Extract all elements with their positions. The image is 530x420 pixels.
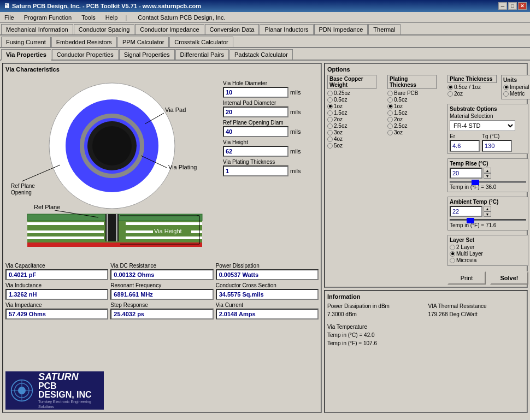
via-height-input[interactable] bbox=[223, 146, 288, 157]
cross-section-group: Conductor Cross Section 34.5575 Sq.mils bbox=[216, 282, 319, 300]
plating-radio-0.5oz[interactable] bbox=[387, 97, 393, 103]
tab-conversion[interactable]: Conversion Data bbox=[205, 24, 260, 34]
via-diagram: Via Pad Ref Plane Opening Via Plating bbox=[5, 75, 219, 261]
title-text: Saturn PCB Design, Inc. - PCB Toolkit V5… bbox=[12, 3, 201, 9]
plating-radio-1oz[interactable] bbox=[387, 104, 393, 109]
solve-button[interactable]: Solve! bbox=[490, 271, 528, 285]
ambient-temp-input[interactable] bbox=[450, 206, 482, 217]
plating-2oz[interactable]: 2oz bbox=[387, 116, 437, 122]
menu-tools[interactable]: Tools bbox=[79, 13, 98, 22]
close-button[interactable]: ✕ bbox=[518, 2, 527, 10]
ind-value: 1.3262 nH bbox=[5, 289, 108, 300]
tab-crosstalk[interactable]: Crosstalk Calculator bbox=[169, 37, 233, 47]
tab-pdn[interactable]: PDN Impedance bbox=[314, 24, 368, 34]
tab-thermal[interactable]: Thermal bbox=[368, 24, 400, 34]
units-metric[interactable]: Metric bbox=[503, 91, 529, 97]
tab-diff[interactable]: Differential Pairs bbox=[175, 49, 229, 60]
plating-bare[interactable]: Bare PCB bbox=[387, 90, 437, 96]
units-imperial[interactable]: Imperial bbox=[503, 84, 529, 90]
layer-radio-2layer[interactable] bbox=[450, 245, 455, 250]
plating-radio-bare[interactable] bbox=[387, 91, 393, 96]
layer-microvia[interactable]: Microvia bbox=[450, 257, 526, 263]
layer-radio-multilayer[interactable] bbox=[450, 251, 455, 257]
temp-rise-spinners[interactable]: ▲ ▼ bbox=[484, 168, 491, 179]
capacitance-group: Via Capacitance 0.4021 pF bbox=[5, 263, 108, 280]
temp-rise-down[interactable]: ▼ bbox=[484, 173, 491, 179]
copper-label-1oz: 1oz bbox=[334, 103, 343, 109]
via-plating-input[interactable] bbox=[223, 165, 288, 176]
ambient-temp-up[interactable]: ▲ bbox=[484, 206, 491, 211]
ambient-slider-track[interactable] bbox=[450, 219, 526, 221]
copper-3oz[interactable]: 3oz bbox=[327, 129, 376, 135]
material-select[interactable]: FR-4 STD Rogers 4003 Rogers 4350 Isola bbox=[450, 120, 515, 131]
minimize-button[interactable]: ─ bbox=[498, 2, 507, 10]
app-icon: 🖥 bbox=[3, 2, 10, 10]
internal-pad-input[interactable] bbox=[223, 107, 288, 117]
plating-1oz[interactable]: 1oz bbox=[387, 103, 437, 109]
tg-input[interactable] bbox=[482, 140, 512, 152]
tab-ppm[interactable]: PPM Calculator bbox=[117, 37, 169, 47]
plating-3oz[interactable]: 3oz bbox=[387, 129, 437, 135]
ref-plane-input[interactable] bbox=[223, 126, 288, 137]
ambient-slider-thumb[interactable] bbox=[467, 218, 474, 223]
plane-0.5-1oz[interactable]: 0.5oz / 1oz bbox=[447, 84, 497, 90]
units-radio-metric[interactable] bbox=[503, 91, 509, 97]
temp-rise-slider-track[interactable] bbox=[450, 181, 526, 183]
copper-0.25oz[interactable]: 0.25oz bbox=[327, 90, 376, 96]
copper-0.5oz[interactable]: 0.5oz bbox=[327, 97, 376, 103]
copper-5oz[interactable]: 5oz bbox=[327, 143, 376, 149]
layer-2layer[interactable]: 2 Layer bbox=[450, 244, 526, 250]
tab-signal[interactable]: Signal Properties bbox=[119, 49, 175, 60]
copper-2oz[interactable]: 2oz bbox=[327, 116, 376, 122]
temp-rise-input[interactable] bbox=[450, 168, 482, 179]
tab-via[interactable]: Via Properties bbox=[1, 49, 51, 61]
tab-spacing[interactable]: Conductor Spacing bbox=[74, 24, 135, 34]
tab-conductor-props[interactable]: Conductor Properties bbox=[52, 49, 119, 60]
plating-0.5oz[interactable]: 0.5oz bbox=[387, 97, 437, 103]
menu-program-function[interactable]: Program Function bbox=[22, 13, 74, 22]
tab-mechanical[interactable]: Mechanical Information bbox=[1, 24, 73, 34]
plating-radio-2.5oz[interactable] bbox=[387, 123, 393, 129]
menu-file[interactable]: File bbox=[2, 13, 16, 22]
via-hole-input[interactable] bbox=[223, 87, 288, 98]
plating-2.5oz[interactable]: 2.5oz bbox=[387, 123, 437, 129]
print-button[interactable]: Print bbox=[447, 271, 486, 285]
btn-row: Print Solve! bbox=[447, 271, 528, 285]
temp-rise-up[interactable]: ▲ bbox=[484, 168, 491, 173]
copper-1.5oz[interactable]: 1.5oz bbox=[327, 110, 376, 116]
imp-value: 57.429 Ohms bbox=[5, 309, 108, 320]
plating-1.5oz[interactable]: 1.5oz bbox=[387, 110, 437, 116]
curr-value: 2.0148 Amps bbox=[216, 309, 319, 320]
tab-fusing[interactable]: Fusing Current bbox=[1, 37, 51, 47]
copper-label-1.5oz: 1.5oz bbox=[334, 110, 347, 116]
tab-planar[interactable]: Planar Inductors bbox=[260, 24, 313, 34]
units-radio-imperial[interactable] bbox=[503, 85, 509, 90]
plating-radio-1.5oz[interactable] bbox=[387, 110, 393, 116]
step-value: 25.4032 ps bbox=[110, 309, 213, 320]
layer-radio-microvia[interactable] bbox=[450, 258, 455, 263]
copper-4oz[interactable]: 4oz bbox=[327, 136, 376, 142]
current-group: Via Current 2.0148 Amps bbox=[216, 302, 319, 320]
maximize-button[interactable]: □ bbox=[508, 2, 517, 10]
svg-rect-19 bbox=[27, 242, 202, 247]
tab-embedded[interactable]: Embedded Resistors bbox=[51, 37, 117, 47]
plating-radio-2oz[interactable] bbox=[387, 117, 393, 122]
tab-impedance[interactable]: Conductor Impedance bbox=[135, 24, 204, 34]
ambient-temp-spinners[interactable]: ▲ ▼ bbox=[484, 206, 491, 217]
plating-radio-3oz[interactable] bbox=[387, 130, 393, 135]
tab-padstack[interactable]: Padstack Calculator bbox=[229, 49, 293, 60]
copper-2.5oz[interactable]: 2.5oz bbox=[327, 123, 376, 129]
menu-help[interactable]: Help bbox=[103, 13, 120, 22]
plane-2oz[interactable]: 2oz bbox=[447, 91, 497, 97]
title-bar-buttons[interactable]: ─ □ ✕ bbox=[498, 2, 527, 10]
plane-radio-0.5-1oz[interactable] bbox=[447, 85, 453, 90]
plane-radio-2oz[interactable] bbox=[447, 91, 453, 97]
temp-rise-slider-thumb[interactable] bbox=[472, 180, 479, 185]
plating-label-0.5oz: 0.5oz bbox=[394, 97, 407, 103]
copper-1oz[interactable]: 1oz bbox=[327, 103, 376, 109]
layer-multilayer[interactable]: Multi Layer bbox=[450, 251, 526, 257]
ambient-temp-down[interactable]: ▼ bbox=[484, 211, 491, 217]
xsec-value: 34.5575 Sq.mils bbox=[216, 289, 319, 300]
er-input[interactable] bbox=[450, 140, 480, 152]
units-box: Units Imperial Metric bbox=[501, 75, 530, 99]
